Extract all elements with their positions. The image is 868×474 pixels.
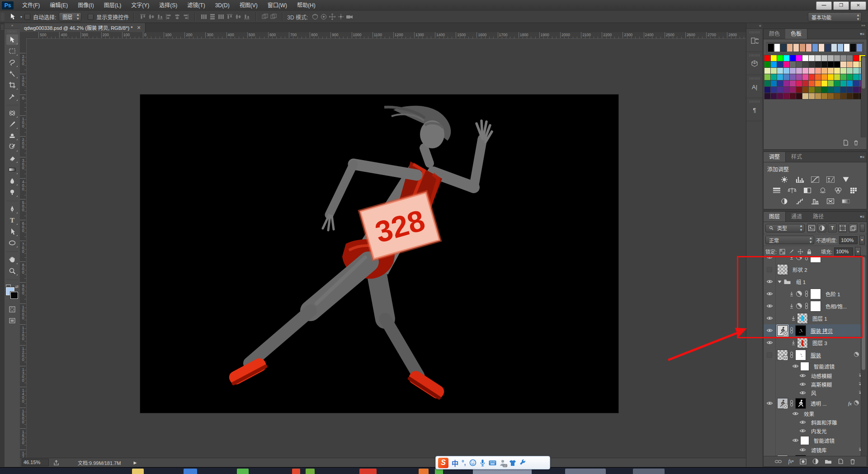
recent-swatch[interactable]: [825, 44, 830, 52]
3d-roll-button[interactable]: [319, 13, 328, 21]
swatch[interactable]: [764, 93, 770, 99]
visibility-toggle[interactable]: [764, 371, 776, 380]
ime-mode-chinese[interactable]: 中: [452, 458, 458, 468]
recent-swatch[interactable]: [806, 44, 811, 52]
swatch[interactable]: [796, 68, 802, 74]
visibility-toggle[interactable]: [764, 380, 776, 389]
layer-row-服装[interactable]: 服装: [764, 349, 867, 361]
swatch[interactable]: [828, 81, 834, 86]
adjustment-selective-color-icon[interactable]: [825, 197, 836, 205]
adjustment-posterize-icon[interactable]: [794, 197, 806, 205]
swatch[interactable]: [796, 87, 802, 93]
panels-collapse-icon[interactable]: »»: [763, 23, 867, 28]
taskbar-app-sliver[interactable]: [292, 469, 300, 474]
hand-tool[interactable]: [6, 254, 19, 265]
dock-collapse-icon[interactable]: «: [746, 23, 763, 29]
auto-align-button-0[interactable]: [260, 13, 269, 21]
blur-tool[interactable]: [6, 175, 19, 186]
swatch[interactable]: [777, 93, 783, 99]
distribute-button-3[interactable]: [225, 13, 234, 21]
adjust-panel-menu-icon[interactable]: ▾≡: [860, 152, 864, 162]
menu-item-3DD[interactable]: 3D(D): [210, 0, 235, 11]
fx-button[interactable]: fx▾: [788, 458, 793, 465]
marquee-tool[interactable]: [6, 45, 19, 57]
swatches-scrollbar[interactable]: [861, 56, 866, 137]
character-panel-icon[interactable]: A|: [749, 81, 760, 92]
swatch[interactable]: [853, 74, 859, 80]
swatch[interactable]: [771, 87, 777, 93]
3d-slide-button[interactable]: [336, 13, 345, 21]
layer-row-滤镜库[interactable]: 滤镜库: [764, 446, 867, 454]
taskbar-app-sliver[interactable]: [565, 469, 606, 474]
recent-swatch[interactable]: [850, 44, 856, 52]
history-panel-icon[interactable]: [749, 35, 760, 46]
swatch[interactable]: [802, 74, 808, 80]
swatch[interactable]: [764, 87, 770, 93]
adjustment-brightness-icon[interactable]: [779, 175, 790, 184]
recent-swatch[interactable]: [781, 44, 786, 52]
swatch[interactable]: [821, 87, 827, 93]
visibility-toggle[interactable]: [764, 275, 776, 288]
swatch[interactable]: [796, 93, 802, 99]
swatch[interactable]: [834, 81, 840, 86]
swatch[interactable]: [802, 68, 808, 74]
swatch[interactable]: [802, 62, 808, 67]
swatch[interactable]: [809, 93, 815, 99]
swatch[interactable]: [790, 55, 796, 61]
visibility-toggle[interactable]: [764, 288, 776, 300]
visibility-toggle[interactable]: [764, 389, 776, 397]
visibility-toggle[interactable]: [764, 257, 776, 263]
swatch[interactable]: [783, 55, 789, 61]
recent-swatch[interactable]: [768, 44, 774, 52]
restore-button[interactable]: ❐: [833, 1, 849, 10]
swatch[interactable]: [802, 93, 808, 99]
canvas[interactable]: 328: [140, 95, 618, 413]
tool-preset-caret[interactable]: ▾: [20, 15, 22, 19]
group-button[interactable]: [825, 459, 832, 464]
swatch[interactable]: [796, 74, 802, 80]
swatch[interactable]: [828, 93, 834, 99]
menu-item-Y[interactable]: 文字(Y): [126, 0, 154, 11]
ime-account-icon[interactable]: 10: [500, 460, 506, 466]
swatch[interactable]: [840, 68, 846, 74]
align-r-button[interactable]: [181, 13, 190, 21]
swatch[interactable]: [815, 81, 821, 86]
layers-panel-menu-icon[interactable]: ▾≡: [860, 212, 864, 222]
swatch[interactable]: [809, 68, 815, 74]
workspace-switcher[interactable]: 基本功能 ▲▼: [808, 12, 862, 22]
canvas-viewport[interactable]: 328: [26, 38, 746, 458]
mask-button[interactable]: [800, 459, 807, 465]
swatch[interactable]: [815, 55, 821, 61]
pen-tool[interactable]: [6, 203, 19, 214]
swatch[interactable]: [847, 68, 853, 74]
layer-row-智能滤镜[interactable]: 智能滤镜: [764, 435, 867, 446]
menu-item-S[interactable]: 选择(S): [154, 0, 182, 11]
swatch[interactable]: [783, 62, 789, 67]
auto-select-dropdown[interactable]: 图层 ▲▼: [59, 12, 81, 21]
swatch[interactable]: [840, 74, 846, 80]
swatch[interactable]: [834, 87, 840, 93]
swatch[interactable]: [815, 68, 821, 74]
distribute-button-2[interactable]: [217, 13, 225, 21]
adjustment-vibrance-icon[interactable]: [840, 175, 852, 184]
layer-row-色阶 1[interactable]: 色阶 1: [764, 288, 867, 300]
swatch[interactable]: [853, 87, 859, 93]
swatch[interactable]: [840, 62, 846, 67]
brush-tool[interactable]: [6, 118, 19, 130]
opacity-caret[interactable]: ▼: [859, 236, 865, 245]
gradient-tool[interactable]: [6, 164, 19, 175]
swatch[interactable]: [847, 93, 853, 99]
align-l-button[interactable]: [164, 13, 173, 21]
history-brush-tool[interactable]: [6, 141, 19, 152]
filter-toggle-switch[interactable]: [860, 224, 865, 232]
filter-image-icon[interactable]: [807, 223, 816, 232]
layers-tab-通道[interactable]: 通道: [786, 212, 807, 222]
minimize-button[interactable]: —: [816, 1, 832, 10]
3d-orbit-button[interactable]: [311, 13, 319, 21]
swatch[interactable]: [790, 74, 796, 80]
menu-item-T[interactable]: 滤镜(T): [182, 0, 210, 11]
lock-all-icon[interactable]: [806, 248, 813, 255]
swatch[interactable]: [828, 62, 834, 67]
swatch[interactable]: [840, 55, 846, 61]
swatch[interactable]: [802, 87, 808, 93]
